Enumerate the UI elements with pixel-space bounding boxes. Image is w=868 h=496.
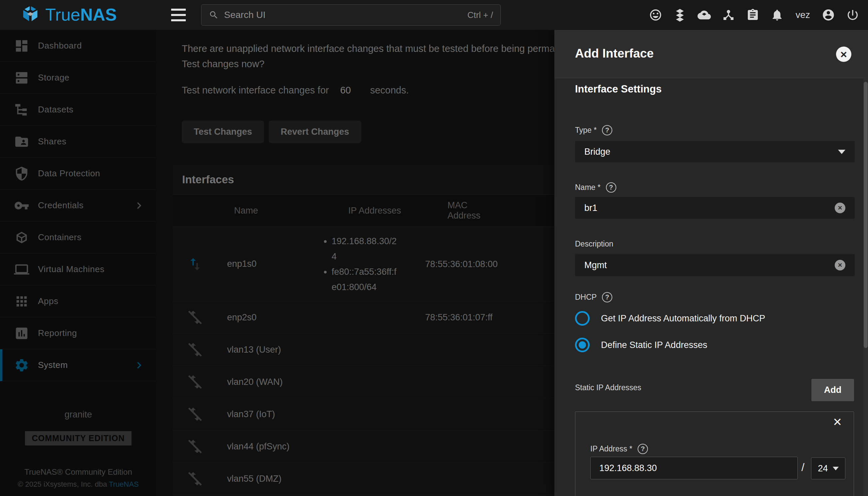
cidr-select[interactable]: 24 bbox=[811, 458, 845, 479]
static-ip-entry: × IP Address * ? 192.168.88.30 / 24 bbox=[575, 412, 854, 496]
menu-toggle-icon[interactable] bbox=[171, 9, 186, 21]
revert-changes-button[interactable]: Revert Changes bbox=[269, 121, 361, 143]
truenas-logo-icon bbox=[20, 4, 41, 25]
chevron-down-icon bbox=[838, 150, 845, 154]
disconnected-icon bbox=[187, 438, 203, 454]
gear-icon bbox=[14, 358, 29, 373]
interface-name: vlan37 (IoT) bbox=[218, 409, 323, 419]
radio-static[interactable]: Define Static IP Addresses bbox=[575, 338, 707, 352]
section-interface-settings: Interface Settings bbox=[575, 83, 662, 95]
traffic-updown-icon bbox=[187, 256, 203, 272]
interface-name: enp2s0 bbox=[218, 312, 323, 323]
sidebar-footer: granite COMMUNITY EDITION TrueNAS® Commu… bbox=[0, 409, 156, 496]
interface-name: vlan20 (WAN) bbox=[218, 377, 323, 387]
description-field[interactable]: Mgmt × bbox=[575, 254, 855, 276]
shares-icon bbox=[14, 134, 29, 149]
help-icon[interactable]: ? bbox=[638, 444, 648, 454]
system-hostname: granite bbox=[0, 409, 156, 420]
add-interface-panel: Add Interface × Interface Settings Type … bbox=[554, 30, 868, 496]
ip-address-label: IP Address * ? bbox=[590, 444, 648, 454]
interfaces-title: Interfaces bbox=[182, 173, 234, 186]
test-changes-question: Test changes now? bbox=[182, 59, 264, 69]
description-label: Description bbox=[575, 239, 613, 248]
scrollbar-thumb[interactable] bbox=[864, 82, 868, 348]
cube-icon bbox=[14, 230, 29, 245]
user-account-icon[interactable] bbox=[822, 8, 835, 21]
sidebar-item-virtual-machines[interactable]: Virtual Machines bbox=[0, 253, 156, 285]
dhcp-label: DHCP ? bbox=[575, 292, 612, 303]
bar-chart-icon bbox=[14, 326, 29, 341]
feedback-icon[interactable] bbox=[649, 8, 662, 21]
sidebar-item-dashboard[interactable]: Dashboard bbox=[0, 30, 156, 62]
ip-list: 192.168.88.30/24 fe80::7a55:36ff:fe01:80… bbox=[323, 234, 398, 295]
search-shortcut: Ctrl + / bbox=[467, 10, 493, 20]
shield-icon bbox=[14, 166, 29, 181]
storage-icon bbox=[14, 70, 29, 86]
panel-header: Add Interface × bbox=[554, 30, 868, 78]
name-label: Name * ? bbox=[575, 182, 616, 192]
help-icon[interactable]: ? bbox=[602, 292, 612, 303]
add-static-ip-button[interactable]: Add bbox=[811, 379, 854, 401]
sidebar-item-system[interactable]: System bbox=[0, 349, 156, 381]
top-bar: TrueNAS Search UI Ctrl + / bbox=[0, 0, 868, 30]
column-header-ip[interactable]: IP Addresses bbox=[323, 205, 425, 216]
topology-icon[interactable] bbox=[722, 8, 735, 21]
cidr-separator: / bbox=[802, 461, 804, 474]
sidebar-item-apps[interactable]: Apps bbox=[0, 285, 156, 317]
close-icon[interactable]: × bbox=[836, 47, 851, 62]
sidebar-item-data-protection[interactable]: Data Protection bbox=[0, 158, 156, 190]
alerts-bell-icon[interactable] bbox=[770, 8, 784, 21]
alert-actions: Test Changes Revert Changes bbox=[182, 121, 361, 143]
datasets-icon bbox=[14, 102, 29, 118]
mac-address: 78:55:36:01:08:00 bbox=[425, 257, 502, 272]
disconnected-icon bbox=[187, 309, 203, 325]
help-icon[interactable]: ? bbox=[606, 182, 616, 192]
cloud-icon[interactable] bbox=[698, 8, 711, 21]
interface-name: vlan44 (pfSync) bbox=[218, 441, 323, 452]
disconnected-icon bbox=[187, 406, 203, 422]
sidebar-nav: Dashboard Storage Datasets Shares Data P… bbox=[0, 30, 156, 496]
interface-name: enp1s0 bbox=[218, 259, 323, 269]
sidebar-item-datasets[interactable]: Datasets bbox=[0, 94, 156, 126]
type-select[interactable]: Bridge bbox=[575, 141, 855, 162]
sidebar-item-credentials[interactable]: Credentials bbox=[0, 190, 156, 221]
truecommand-icon[interactable] bbox=[673, 8, 687, 21]
remove-entry-icon[interactable]: × bbox=[833, 415, 842, 429]
search-input[interactable]: Search UI Ctrl + / bbox=[201, 4, 501, 26]
clear-icon[interactable]: × bbox=[835, 203, 845, 213]
chevron-right-icon bbox=[134, 360, 144, 370]
panel-title: Add Interface bbox=[575, 47, 654, 61]
help-icon[interactable]: ? bbox=[602, 125, 612, 135]
name-field[interactable]: br1 × bbox=[575, 197, 855, 219]
topbar-actions: vez bbox=[649, 0, 859, 30]
seconds-input[interactable]: 60 bbox=[340, 85, 356, 96]
truenas-link[interactable]: TrueNAS bbox=[109, 480, 139, 489]
sidebar-item-containers[interactable]: Containers bbox=[0, 221, 156, 253]
search-icon bbox=[209, 10, 219, 20]
truenas-app: TrueNAS Search UI Ctrl + / bbox=[0, 0, 868, 496]
truenas-logo[interactable]: TrueNAS bbox=[20, 4, 117, 25]
search-placeholder: Search UI bbox=[224, 10, 467, 20]
column-header-mac[interactable]: MAC Address bbox=[425, 200, 502, 221]
column-header-name[interactable]: Name bbox=[218, 205, 323, 216]
sidebar-item-reporting[interactable]: Reporting bbox=[0, 317, 156, 349]
edition-badge: COMMUNITY EDITION bbox=[25, 431, 131, 446]
sidebar-item-shares[interactable]: Shares bbox=[0, 126, 156, 158]
key-icon bbox=[14, 198, 29, 213]
apps-grid-icon bbox=[14, 294, 29, 309]
interface-name: vlan13 (User) bbox=[218, 345, 323, 355]
mac-address: 78:55:36:01:07:ff bbox=[425, 310, 502, 325]
radio-dhcp[interactable]: Get IP Address Automatically from DHCP bbox=[575, 311, 765, 326]
test-changes-button[interactable]: Test Changes bbox=[182, 121, 264, 143]
chevron-down-icon bbox=[833, 467, 839, 470]
clear-icon[interactable]: × bbox=[835, 260, 845, 270]
hostname-indicator[interactable]: vez bbox=[795, 10, 811, 20]
sidebar-item-storage[interactable]: Storage bbox=[0, 62, 156, 94]
jobs-clipboard-icon[interactable] bbox=[746, 8, 760, 21]
ip-address-field[interactable]: 192.168.88.30 bbox=[590, 457, 798, 479]
panel-scrollbar[interactable] bbox=[863, 78, 868, 496]
disconnected-icon bbox=[187, 471, 203, 487]
product-name: TrueNAS® Community Edition bbox=[0, 467, 156, 477]
power-icon[interactable] bbox=[846, 8, 859, 21]
chevron-right-icon bbox=[134, 201, 144, 211]
